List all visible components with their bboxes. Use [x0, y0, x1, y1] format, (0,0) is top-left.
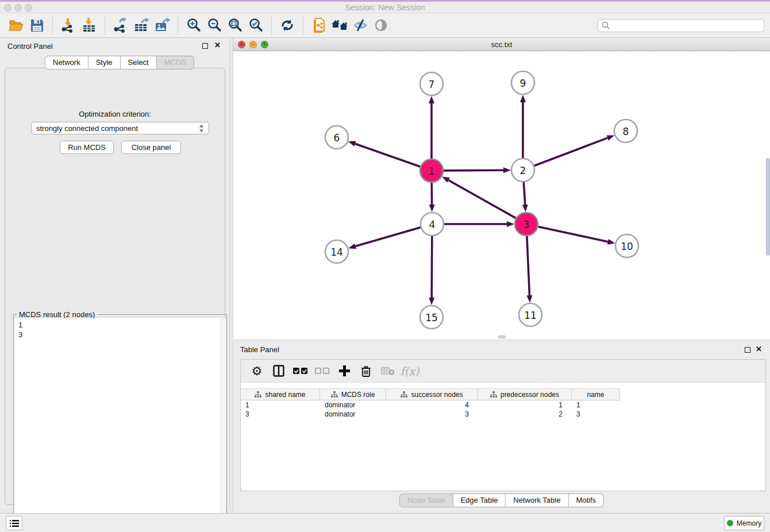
table-cell[interactable]: 3	[241, 410, 320, 419]
select-all-columns-icon[interactable]	[291, 363, 310, 380]
application-window: Session: New Session	[0, 0, 770, 532]
memory-button[interactable]: Memory	[724, 516, 764, 530]
column-header-shared-name[interactable]: shared name	[241, 389, 320, 400]
mcds-result-textarea[interactable]: 1 3	[14, 318, 226, 532]
table-cell[interactable]: 3	[386, 410, 478, 419]
search-field[interactable]	[598, 19, 764, 32]
criterion-selected-value: strongly connected component	[36, 124, 199, 133]
unselect-all-columns-icon[interactable]	[313, 363, 332, 380]
graph-edge-1-6[interactable]	[355, 144, 420, 167]
tab-network-table[interactable]: Network Table	[506, 494, 568, 507]
save-session-icon[interactable]	[26, 16, 47, 34]
table-cell[interactable]: 3	[572, 410, 620, 419]
close-table-panel-icon[interactable]: ✕	[756, 345, 762, 354]
show-graphics-details-icon[interactable]	[371, 16, 391, 34]
graph-node-10[interactable]: 10	[615, 234, 638, 257]
export-image-icon[interactable]	[152, 16, 172, 34]
table-cell[interactable]: 2	[478, 410, 572, 419]
run-mcds-button[interactable]: Run MCDS	[60, 141, 114, 154]
table-row[interactable]: 1dominator411	[241, 400, 620, 410]
search-input[interactable]	[613, 21, 760, 30]
control-panel: Control Panel ✕ NetworkStyleSelectMCDS O…	[0, 38, 230, 508]
home-apps-icon[interactable]	[329, 16, 350, 34]
import-table-icon[interactable]	[79, 16, 99, 34]
graph-node-14[interactable]: 14	[325, 240, 348, 263]
mcds-result-values: 1 3	[14, 318, 226, 341]
graph-node-1[interactable]: 1	[420, 159, 443, 182]
column-header-MCDS-role[interactable]: MCDS role	[320, 389, 386, 400]
float-panel-icon[interactable]	[202, 43, 208, 49]
graph-node-2[interactable]: 2	[511, 159, 534, 182]
table-row[interactable]: 3dominator323	[241, 410, 620, 419]
tab-motifs[interactable]: Motifs	[568, 494, 604, 507]
graph-node-8[interactable]: 8	[614, 119, 637, 142]
zoom-selected-icon[interactable]	[245, 16, 266, 34]
create-column-icon[interactable]	[335, 363, 353, 380]
toggle-panel-icon[interactable]	[270, 363, 288, 380]
delete-columns-icon[interactable]	[357, 363, 375, 380]
criterion-dropdown[interactable]: strongly connected component	[31, 122, 209, 134]
graph-edge-4-14[interactable]	[356, 228, 421, 246]
zoom-fit-icon[interactable]	[225, 16, 245, 34]
column-header-predecessor-nodes[interactable]: predecessor nodes	[478, 389, 572, 400]
graph-node-11[interactable]: 11	[519, 303, 542, 326]
table-cell[interactable]: 1	[478, 400, 572, 410]
graph-node-9[interactable]: 9	[511, 71, 534, 94]
graph-node-15[interactable]: 15	[420, 306, 443, 329]
column-header-name[interactable]: name	[572, 389, 620, 400]
network-graph[interactable]: 7968124314101511	[233, 51, 770, 339]
network-canvas[interactable]: 7968124314101511	[233, 51, 770, 339]
delete-table-icon[interactable]	[379, 363, 397, 380]
svg-text:7: 7	[429, 79, 435, 90]
close-panel-button[interactable]: Close panel	[121, 141, 181, 154]
table-cell[interactable]: dominator	[320, 400, 386, 410]
tab-network[interactable]: Network	[45, 56, 88, 70]
svg-text:10: 10	[621, 241, 633, 252]
graph-edge-3-1[interactable]	[449, 180, 516, 218]
graph-edge-1-2[interactable]	[444, 170, 503, 171]
close-panel-icon[interactable]: ✕	[214, 41, 221, 50]
function-builder-icon[interactable]: f(x)	[401, 363, 419, 380]
table-cell[interactable]: 4	[386, 400, 478, 410]
result-scrollbar[interactable]	[220, 318, 226, 532]
export-table-icon[interactable]	[131, 16, 152, 34]
zoom-in-icon[interactable]	[183, 16, 204, 34]
open-session-icon[interactable]	[6, 16, 26, 34]
graph-edge-2-3[interactable]	[523, 182, 525, 205]
tab-mcds[interactable]: MCDS	[157, 56, 194, 70]
export-network-icon[interactable]	[110, 16, 131, 34]
graph-edge-2-8[interactable]	[534, 138, 608, 165]
node-table[interactable]: shared nameMCDS rolesuccessor nodesprede…	[241, 388, 620, 419]
tab-node-table[interactable]: Node Table	[399, 494, 453, 507]
svg-text:1: 1	[429, 165, 435, 177]
graph-node-6[interactable]: 6	[325, 126, 348, 149]
import-network-icon[interactable]	[58, 16, 79, 34]
table-cell[interactable]: 1	[241, 400, 320, 410]
graph-edge-4-15[interactable]	[432, 236, 432, 298]
network-horizontal-scrollbar[interactable]	[498, 336, 506, 338]
new-network-from-selection-icon[interactable]	[309, 16, 329, 34]
graph-node-4[interactable]: 4	[421, 213, 444, 236]
table-cell[interactable]: dominator	[320, 410, 386, 419]
float-table-panel-icon[interactable]	[745, 347, 750, 353]
graph-node-3[interactable]: 3	[515, 213, 538, 236]
apply-layout-icon[interactable]	[277, 16, 298, 34]
graph-edge-3-10[interactable]	[538, 226, 608, 241]
network-vertical-scrollbar[interactable]	[766, 158, 770, 256]
task-history-button[interactable]	[6, 516, 22, 530]
memory-label: Memory	[737, 519, 761, 527]
table-settings-gear-icon[interactable]: ⚙	[248, 363, 266, 380]
tab-style[interactable]: Style	[88, 56, 121, 70]
control-panel-header: Control Panel ✕	[0, 38, 229, 54]
graph-edge-3-11[interactable]	[527, 236, 530, 295]
column-type-icon	[331, 391, 338, 398]
graph-node-7[interactable]: 7	[420, 72, 443, 95]
tab-edge-table[interactable]: Edge Table	[453, 494, 506, 507]
table-cell[interactable]: 1	[572, 400, 620, 410]
column-header-successor-nodes[interactable]: successor nodes	[386, 389, 478, 400]
mcds-result-group: MCDS result (2 nodes) 1 3	[13, 314, 227, 532]
statusbar: Memory	[0, 513, 770, 532]
zoom-out-icon[interactable]	[204, 16, 225, 34]
hide-graphics-details-icon[interactable]	[350, 16, 371, 34]
tab-select[interactable]: Select	[121, 56, 157, 70]
